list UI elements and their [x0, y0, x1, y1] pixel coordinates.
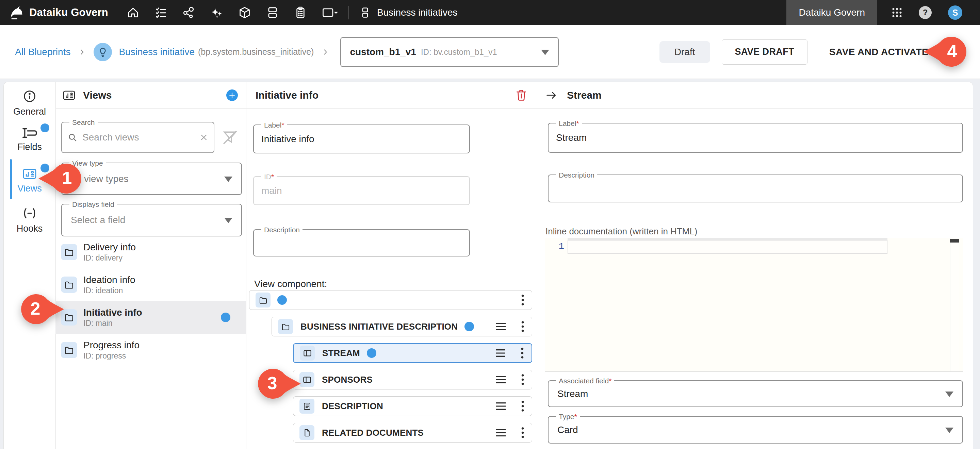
- page-title: Business initiatives: [377, 7, 458, 18]
- caret-down-icon: [224, 176, 232, 182]
- version-select[interactable]: custom_b1_v1 ID: bv.custom_b1_v1: [340, 37, 559, 67]
- breadcrumb-blueprint-name[interactable]: Business initiative: [119, 47, 195, 57]
- list-item-delivery-info[interactable]: Delivery info ID: delivery: [56, 236, 246, 268]
- kebab-menu-icon[interactable]: [520, 347, 524, 359]
- kebab-menu-icon[interactable]: [521, 320, 524, 333]
- component-label-label: Label: [559, 119, 576, 127]
- lightbulb-icon: [97, 46, 108, 58]
- list-item-initiative-info[interactable]: Initiative info ID: main: [56, 301, 246, 334]
- sidebar-item-label: Views: [4, 183, 56, 194]
- breadcrumb-all-blueprints[interactable]: All Blueprints: [15, 47, 70, 57]
- topbar-right: Dataiku Govern ? S: [786, 0, 980, 25]
- kebab-menu-icon[interactable]: [521, 400, 524, 412]
- folder-icon: [64, 312, 74, 322]
- folder-chip: [61, 309, 77, 325]
- tree-item-description[interactable]: DESCRIPTION: [293, 396, 532, 416]
- kebab-menu-icon[interactable]: [521, 427, 524, 439]
- component-description-input[interactable]: [549, 175, 962, 202]
- input-field-icon: [22, 128, 37, 138]
- home-icon[interactable]: [127, 6, 140, 19]
- save-and-activate-button[interactable]: SAVE AND ACTIVATE: [829, 47, 928, 57]
- associated-field-label: Associated field: [559, 377, 609, 385]
- tree-item-business-initiative-description[interactable]: BUSINESS INITIATIVE DESCRIPTION: [272, 317, 532, 336]
- stacked-cards-icon[interactable]: [266, 6, 279, 19]
- editor-scrollbar-thumb[interactable]: [950, 239, 959, 243]
- help-button[interactable]: ?: [919, 6, 932, 19]
- associated-field-select[interactable]: Associated field* Stream: [548, 380, 963, 407]
- view-type-select[interactable]: View type All view types: [61, 163, 242, 195]
- folder-icon: [64, 279, 74, 290]
- app-switcher-button[interactable]: Dataiku Govern: [786, 0, 877, 25]
- view-editor-panel: Initiative info Label* ID* Description V…: [246, 82, 535, 449]
- sidebar-item-general[interactable]: General: [4, 89, 56, 117]
- doc-chip: [299, 399, 314, 414]
- view-id: ID: progress: [83, 351, 140, 360]
- component-label-input[interactable]: [549, 124, 962, 152]
- tree-item-related-documents[interactable]: RELATED DOCUMENTS: [293, 423, 532, 443]
- file-icon: [302, 428, 312, 438]
- filter-off-icon[interactable]: [221, 129, 239, 146]
- search-field-label: Search: [69, 118, 98, 127]
- editor-active-line[interactable]: [568, 240, 888, 254]
- current-page: Business initiatives: [360, 7, 458, 18]
- drag-handle-icon[interactable]: [495, 322, 508, 331]
- associated-field-value: Stream: [557, 389, 588, 399]
- component-detail-header: Stream: [535, 82, 973, 108]
- tree-item-label: SPONSORS: [322, 374, 372, 385]
- views-card-icon: [63, 90, 76, 101]
- unsaved-changes-dot: [367, 348, 376, 358]
- drag-handle-icon[interactable]: [494, 348, 507, 358]
- drag-handle-icon[interactable]: [495, 401, 508, 411]
- unsaved-changes-dot: [465, 322, 474, 331]
- view-title: Ideation info: [83, 274, 135, 286]
- kebab-menu-icon[interactable]: [521, 294, 524, 306]
- window-switcher-icon[interactable]: [322, 6, 338, 19]
- save-draft-button[interactable]: SAVE DRAFT: [722, 40, 808, 65]
- content-card: General Fields Views Hooks Views: [3, 82, 973, 449]
- displays-field-select[interactable]: Displays field Select a field: [61, 204, 242, 236]
- checklist-icon[interactable]: [154, 6, 167, 19]
- sparkles-icon[interactable]: [210, 6, 223, 19]
- required-mark: *: [282, 121, 284, 129]
- inline-doc-code-editor[interactable]: 1: [545, 238, 963, 372]
- search-field[interactable]: Search: [61, 122, 215, 153]
- type-select[interactable]: Type* Card: [548, 416, 963, 444]
- component-description-label: Description: [559, 171, 595, 179]
- drag-handle-icon[interactable]: [495, 428, 508, 438]
- add-view-button[interactable]: [226, 89, 238, 101]
- clear-search-icon[interactable]: [199, 133, 208, 142]
- top-bar: Dataiku Govern Business initiatives Data…: [0, 0, 980, 25]
- tree-item-label: BUSINESS INITIATIVE DESCRIPTION: [301, 321, 458, 332]
- arrow-right-icon[interactable]: [545, 90, 557, 100]
- apps-grid-icon[interactable]: [891, 6, 903, 19]
- view-id: ID: delivery: [83, 254, 136, 263]
- delete-view-trash-icon[interactable]: [515, 89, 527, 102]
- views-panel-title: Views: [83, 89, 112, 101]
- hooks-icon: [22, 206, 37, 220]
- view-type-value: All view types: [71, 173, 129, 184]
- folder-icon: [281, 322, 290, 331]
- list-item-ideation-info[interactable]: Ideation info ID: ideation: [56, 268, 246, 301]
- view-editor-header: Initiative info: [246, 82, 535, 108]
- view-type-label: View type: [72, 159, 103, 167]
- sidebar-item-hooks[interactable]: Hooks: [4, 206, 56, 234]
- chevron-right-icon: [321, 48, 329, 56]
- component-detail-panel: Stream Label* Description Inline documen…: [535, 82, 973, 449]
- tree-item-stream[interactable]: STREAM: [293, 343, 532, 363]
- kebab-menu-icon[interactable]: [521, 373, 524, 386]
- share-nodes-icon[interactable]: [182, 6, 195, 19]
- cube-icon[interactable]: [238, 6, 251, 19]
- editor-scrollbar[interactable]: [950, 238, 959, 371]
- tree-item-sponsors[interactable]: SPONSORS: [293, 370, 532, 389]
- clipboard-icon[interactable]: [294, 6, 307, 19]
- list-item-progress-info[interactable]: Progress info ID: progress: [56, 334, 246, 366]
- search-input[interactable]: [78, 122, 199, 152]
- sidebar-item-fields[interactable]: Fields: [4, 128, 56, 152]
- drag-handle-icon[interactable]: [495, 375, 508, 384]
- view-title: Delivery info: [83, 242, 136, 253]
- sidebar-item-views[interactable]: Views: [4, 168, 56, 194]
- required-mark: *: [609, 377, 611, 385]
- view-component-tree: BUSINESS INITIATIVE DESCRIPTION STREAM S: [246, 290, 535, 449]
- avatar[interactable]: S: [948, 5, 962, 20]
- tree-item-root[interactable]: [249, 290, 532, 310]
